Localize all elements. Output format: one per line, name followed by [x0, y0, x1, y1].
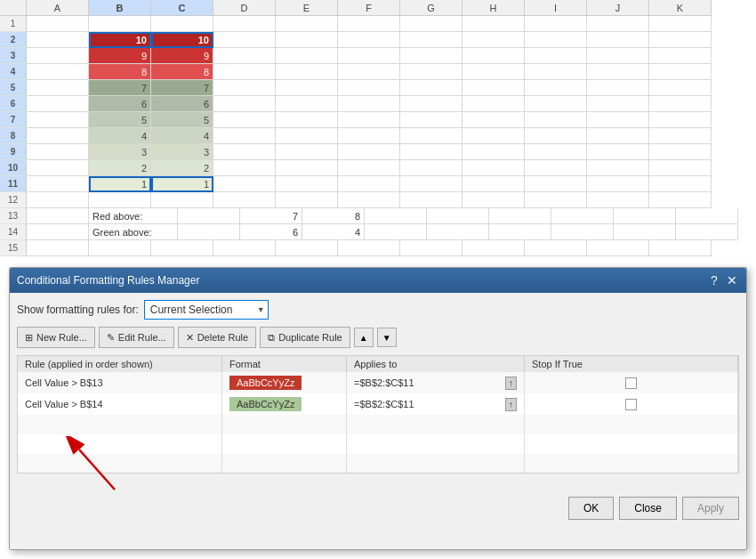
cell-i13[interactable]	[551, 208, 614, 224]
cell-c12[interactable]	[151, 192, 213, 208]
rule-1-stop-checkbox[interactable]	[625, 377, 637, 389]
cell-k12[interactable]	[649, 192, 712, 208]
cell-d13[interactable]: 7	[240, 208, 302, 224]
cell-j6[interactable]	[587, 96, 649, 112]
cell-h10[interactable]	[462, 160, 525, 176]
cell-d10[interactable]	[213, 160, 276, 176]
cell-g10[interactable]	[400, 160, 462, 176]
cell-d2[interactable]	[213, 32, 276, 48]
cell-j1[interactable]	[587, 16, 649, 32]
cell-d7[interactable]	[213, 112, 276, 128]
delete-rule-button[interactable]: ✕ Delete Rule	[178, 327, 256, 348]
cell-a6[interactable]	[27, 96, 89, 112]
cell-i8[interactable]	[525, 128, 587, 144]
ok-button[interactable]: OK	[568, 497, 614, 520]
cell-g7[interactable]	[400, 112, 462, 128]
cell-d4[interactable]	[213, 64, 276, 80]
new-rule-button[interactable]: ⊞ New Rule...	[17, 327, 95, 348]
cell-d15[interactable]	[213, 240, 276, 256]
cell-c1[interactable]	[151, 16, 213, 32]
cell-k4[interactable]	[649, 64, 712, 80]
cell-d3[interactable]	[213, 48, 276, 64]
cell-k6[interactable]	[649, 96, 712, 112]
cell-c5[interactable]: 7	[151, 80, 213, 96]
cell-k8[interactable]	[649, 128, 712, 144]
cell-b7[interactable]: 5	[89, 112, 151, 128]
cell-k1[interactable]	[649, 16, 712, 32]
cell-k13[interactable]	[676, 208, 738, 224]
cell-b11[interactable]: 1	[89, 176, 151, 192]
cell-i14[interactable]	[551, 224, 614, 240]
cell-d11[interactable]	[213, 176, 276, 192]
cell-e14[interactable]: 4	[302, 224, 365, 240]
range-icon-2[interactable]: ↑	[505, 398, 517, 411]
cell-a2[interactable]	[27, 32, 89, 48]
cell-j8[interactable]	[587, 128, 649, 144]
cell-e12[interactable]	[276, 192, 338, 208]
cell-b15[interactable]	[89, 240, 151, 256]
cell-a10[interactable]	[27, 160, 89, 176]
cell-g5[interactable]	[400, 80, 462, 96]
cell-e8[interactable]	[276, 128, 338, 144]
cell-e9[interactable]	[276, 144, 338, 160]
move-up-button[interactable]: ▲	[354, 328, 374, 347]
cell-h8[interactable]	[462, 128, 525, 144]
cell-g4[interactable]	[400, 64, 462, 80]
cell-c2[interactable]: 10	[151, 32, 213, 48]
cell-g6[interactable]	[400, 96, 462, 112]
cell-b14[interactable]: Green above:	[89, 224, 178, 240]
cell-g9[interactable]	[400, 144, 462, 160]
cell-i3[interactable]	[525, 48, 587, 64]
cell-a11[interactable]	[27, 176, 89, 192]
cell-e4[interactable]	[276, 64, 338, 80]
cell-i4[interactable]	[525, 64, 587, 80]
cell-k2[interactable]	[649, 32, 712, 48]
cell-h4[interactable]	[462, 64, 525, 80]
cell-a13[interactable]	[27, 208, 89, 224]
rule-2-stop-checkbox[interactable]	[625, 399, 637, 410]
cell-e3[interactable]	[276, 48, 338, 64]
cell-j9[interactable]	[587, 144, 649, 160]
cell-g14[interactable]	[427, 224, 489, 240]
cell-a14[interactable]	[27, 224, 89, 240]
cell-c11[interactable]: 1	[151, 176, 213, 192]
cell-g1[interactable]	[400, 16, 462, 32]
cell-g15[interactable]	[400, 240, 462, 256]
cell-b1[interactable]	[89, 16, 151, 32]
cell-d9[interactable]	[213, 144, 276, 160]
cell-e1[interactable]	[276, 16, 338, 32]
cell-a5[interactable]	[27, 80, 89, 96]
dialog-help-button[interactable]: ?	[707, 273, 721, 288]
cell-f8[interactable]	[338, 128, 400, 144]
cell-h11[interactable]	[462, 176, 525, 192]
cell-f11[interactable]	[338, 176, 400, 192]
cell-j15[interactable]	[587, 240, 649, 256]
cell-f14[interactable]	[365, 224, 427, 240]
cell-a12[interactable]	[27, 192, 89, 208]
cell-c7[interactable]: 5	[151, 112, 213, 128]
cell-i10[interactable]	[525, 160, 587, 176]
cell-h13[interactable]	[489, 208, 551, 224]
cell-b4[interactable]: 8	[89, 64, 151, 80]
cell-c14[interactable]	[178, 224, 240, 240]
cell-a8[interactable]	[27, 128, 89, 144]
rule-1-range-picker[interactable]: ↑	[505, 377, 517, 388]
cell-k9[interactable]	[649, 144, 712, 160]
duplicate-rule-button[interactable]: ⧉ Duplicate Rule	[260, 327, 350, 348]
cell-h9[interactable]	[462, 144, 525, 160]
cell-i12[interactable]	[525, 192, 587, 208]
cell-c15[interactable]	[151, 240, 213, 256]
cell-e7[interactable]	[276, 112, 338, 128]
cell-i9[interactable]	[525, 144, 587, 160]
cell-h6[interactable]	[462, 96, 525, 112]
cell-i11[interactable]	[525, 176, 587, 192]
cell-k15[interactable]	[649, 240, 712, 256]
cell-b9[interactable]: 3	[89, 144, 151, 160]
cell-b10[interactable]: 2	[89, 160, 151, 176]
cell-g13[interactable]	[427, 208, 489, 224]
cell-b12[interactable]	[89, 192, 151, 208]
cell-a9[interactable]	[27, 144, 89, 160]
cell-g3[interactable]	[400, 48, 462, 64]
cell-d12[interactable]	[213, 192, 276, 208]
cell-b2[interactable]: 10	[89, 32, 151, 48]
